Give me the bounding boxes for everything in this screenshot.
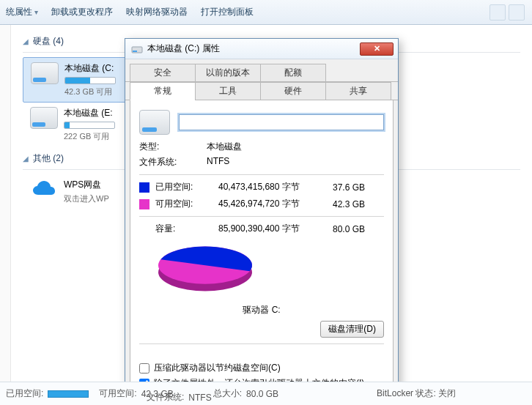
usage-pie-chart bbox=[139, 239, 271, 298]
drive-subtext: 42.3 GB 可用 bbox=[64, 86, 116, 97]
toolbar-item-properties[interactable]: 统属性▾ bbox=[6, 6, 38, 18]
drive-title: 本地磁盘 (C: bbox=[64, 62, 116, 75]
filesystem-value: NTFS bbox=[207, 156, 384, 168]
filesystem-label: 文件系统: bbox=[139, 156, 201, 168]
collapse-triangle-icon: ◢ bbox=[23, 37, 29, 45]
tab-security[interactable]: 安全 bbox=[130, 64, 196, 82]
tab-previous-versions[interactable]: 以前的版本 bbox=[195, 64, 261, 82]
pie-drive-label: 驱动器 C: bbox=[139, 304, 384, 316]
close-button[interactable]: ✕ bbox=[360, 42, 394, 56]
free-bytes: 45,426,974,720 字节 bbox=[218, 198, 328, 210]
tab-hardware[interactable]: 硬件 bbox=[260, 82, 326, 100]
capacity-label: 容量: bbox=[155, 223, 214, 235]
disk-cleanup-button[interactable]: 磁盘清理(D) bbox=[320, 321, 384, 338]
free-hr: 42.3 GB bbox=[333, 199, 377, 209]
tab-general[interactable]: 常规 bbox=[130, 82, 196, 100]
drive-usage-bar bbox=[64, 122, 115, 129]
used-label: 已用空间: bbox=[155, 181, 214, 193]
collapse-triangle-icon: ◢ bbox=[23, 155, 29, 163]
nav-pane-edge bbox=[0, 25, 11, 384]
capacity-bytes: 85,900,390,400 字节 bbox=[218, 223, 328, 235]
used-color-swatch bbox=[139, 182, 149, 193]
section-title: 其他 (2) bbox=[33, 152, 64, 165]
drive-c[interactable]: 本地磁盘 (C: 42.3 GB 可用 bbox=[23, 57, 133, 103]
status-bitlocker: BitLocker 状态: 关闭 bbox=[377, 387, 456, 400]
hard-disk-icon bbox=[31, 62, 59, 84]
tab-row-2: 常规 工具 硬件 共享 bbox=[125, 82, 398, 100]
status-bar: 已用空间: 可用空间: 42.3 GB 总大小: 80.0 GB BitLock… bbox=[0, 382, 532, 405]
drive-title: WPS网盘 bbox=[64, 179, 109, 191]
drive-subtext: 222 GB 可用 bbox=[64, 131, 115, 142]
help-icon[interactable] bbox=[509, 4, 525, 21]
drive-title: 本地磁盘 (E: bbox=[64, 107, 115, 119]
cloud-icon bbox=[30, 179, 58, 201]
tab-general-body: 类型: 本地磁盘 文件系统: NTFS 已用空间: 40,473,415,680… bbox=[130, 100, 394, 399]
status-fs-label: 文件系统: bbox=[147, 391, 184, 404]
used-bytes: 40,473,415,680 字节 bbox=[218, 181, 328, 193]
tab-tools[interactable]: 工具 bbox=[195, 82, 261, 100]
free-color-swatch bbox=[139, 199, 149, 209]
tab-sharing[interactable]: 共享 bbox=[325, 82, 391, 100]
explorer-toolbar: 统属性▾ 卸载或更改程序 映射网络驱动器 打开控制面板 bbox=[0, 0, 532, 25]
dialog-title: 本地磁盘 (C:) 属性 bbox=[147, 42, 360, 55]
properties-dialog: 本地磁盘 (C:) 属性 ✕ 安全 以前的版本 配额 常规 工具 硬件 共享 类… bbox=[125, 38, 399, 405]
chevron-down-icon: ▾ bbox=[34, 8, 38, 16]
capacity-hr: 80.0 GB bbox=[333, 224, 377, 234]
view-icon[interactable] bbox=[489, 4, 506, 21]
disk-icon bbox=[139, 110, 170, 135]
wps-cloud-drive[interactable]: WPS网盘 双击进入WP bbox=[23, 174, 133, 209]
compress-label: 压缩此驱动器以节约磁盘空间(C) bbox=[154, 362, 281, 374]
svg-rect-1 bbox=[133, 51, 137, 52]
drive-usage-bar bbox=[64, 77, 116, 84]
status-used-bar bbox=[48, 390, 89, 398]
compress-checkbox-row[interactable]: 压缩此驱动器以节约磁盘空间(C) bbox=[139, 362, 384, 374]
type-value: 本地磁盘 bbox=[207, 141, 384, 153]
volume-label-input[interactable] bbox=[179, 114, 384, 130]
toolbar-item-map-drive[interactable]: 映射网络驱动器 bbox=[126, 6, 188, 18]
used-hr: 37.6 GB bbox=[333, 182, 377, 193]
drive-e[interactable]: 本地磁盘 (E: 222 GB 可用 bbox=[23, 103, 133, 146]
tab-quota[interactable]: 配额 bbox=[260, 64, 326, 82]
tab-row-1: 安全 以前的版本 配额 bbox=[125, 59, 398, 82]
dialog-titlebar[interactable]: 本地磁盘 (C:) 属性 ✕ bbox=[125, 39, 398, 59]
usage-grid: 已用空间: 40,473,415,680 字节 37.6 GB 可用空间: 45… bbox=[139, 181, 384, 210]
toolbar-item-control-panel[interactable]: 打开控制面板 bbox=[201, 6, 254, 18]
compress-checkbox[interactable] bbox=[139, 363, 149, 374]
status-used-label: 已用空间: bbox=[6, 387, 43, 400]
status-fs-value: NTFS bbox=[188, 393, 211, 403]
status-free-label: 可用空间: bbox=[99, 387, 136, 400]
free-label: 可用空间: bbox=[155, 198, 214, 210]
toolbar-item-uninstall[interactable]: 卸载或更改程序 bbox=[51, 6, 113, 18]
status-size-label: 总大小: bbox=[213, 387, 242, 400]
type-label: 类型: bbox=[139, 141, 201, 153]
hard-disk-icon bbox=[30, 107, 58, 129]
section-title: 硬盘 (4) bbox=[33, 35, 64, 48]
status-size-value: 80.0 GB bbox=[246, 389, 278, 399]
disk-icon bbox=[131, 43, 143, 55]
drive-subtext: 双击进入WP bbox=[64, 193, 109, 204]
